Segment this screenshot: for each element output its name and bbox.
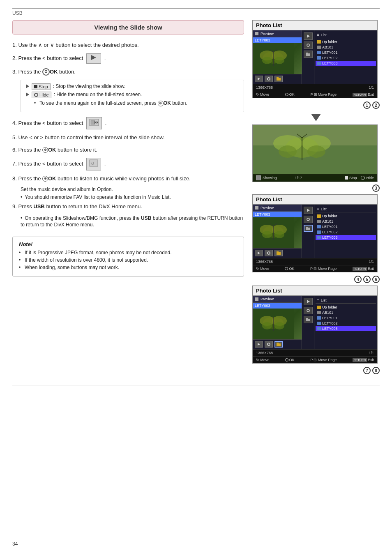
circle-num-6: 6 bbox=[372, 276, 380, 283]
svg-rect-2 bbox=[91, 120, 95, 124]
ok-circle-icon-2 bbox=[285, 267, 288, 270]
slideshow-display: Showing 1/17 Stop Hide bbox=[252, 124, 378, 182]
play-icon-btn-3[interactable] bbox=[255, 341, 263, 348]
return-icon: RETURN bbox=[353, 93, 367, 97]
slideshow-timer-icon bbox=[86, 117, 102, 130]
mid-icon-folder bbox=[304, 51, 313, 58]
mid-icon-play-3 bbox=[304, 298, 313, 305]
lety003-label: LETY003 bbox=[322, 61, 338, 65]
list-item-lety002-3: LETY002 bbox=[316, 321, 376, 326]
file-icon-lety003-3 bbox=[317, 327, 321, 330]
instruction-1-text: Use the ∧ or ∨ button to select the desi… bbox=[18, 42, 138, 48]
ok-label: OK bbox=[289, 92, 295, 97]
file-icon-lety002 bbox=[317, 56, 321, 60]
hide-label: Hide bbox=[39, 92, 49, 97]
svg-rect-65 bbox=[277, 343, 279, 344]
stop-row: Stop : Stop the viewing the slide show. bbox=[26, 83, 239, 90]
note-item-3: When loading, some buttons may not work. bbox=[19, 265, 238, 270]
right-column: Photo List Preview LETY003 bbox=[252, 20, 380, 377]
ctrl-move-3: ↻ Move bbox=[256, 358, 270, 362]
folder-icon-btn[interactable] bbox=[274, 76, 283, 82]
instruction-8-num: 8. bbox=[12, 175, 18, 182]
pl-controls-2: ↻ Move OK P ⊞ Move Page RETURN Exit bbox=[253, 265, 377, 272]
move-label: Move bbox=[260, 92, 269, 97]
preview-col-2: Preview LETY003 bbox=[253, 205, 302, 258]
folder-icon bbox=[317, 40, 321, 44]
instruction-8-text: Press the ⊙OK button to listen to music … bbox=[18, 175, 190, 182]
svg-rect-21 bbox=[277, 77, 279, 78]
ctrl-ok-3: OK bbox=[285, 358, 295, 362]
option-icon-btn-3[interactable] bbox=[265, 341, 273, 348]
pl-icons-row-3 bbox=[253, 339, 302, 349]
instruction-3: 3. Press the ⊙OK button. bbox=[12, 68, 244, 76]
file-icon-lety003-2 bbox=[317, 236, 321, 239]
arrow-icon-hide bbox=[26, 92, 29, 97]
preview-text: Preview bbox=[261, 32, 274, 36]
svg-point-41 bbox=[262, 231, 272, 238]
lety001-label: LETY001 bbox=[322, 51, 338, 55]
list-col-2: ≡ List Up folder AB101 bbox=[314, 205, 377, 258]
music-icon: ♫ bbox=[86, 158, 101, 170]
showing-label: Showing 1/17 bbox=[256, 175, 302, 180]
stop-label: Stop bbox=[39, 84, 48, 89]
file-icon-ab101-3 bbox=[317, 311, 321, 314]
photo-list-3-body: Preview LETY003 bbox=[253, 296, 377, 349]
arrow-icon-stop bbox=[26, 84, 29, 88]
circle-nums-row-1: 1 2 bbox=[252, 101, 380, 109]
instruction-7-num: 7. bbox=[12, 161, 18, 167]
note-title: Note! bbox=[19, 241, 238, 247]
middle-icons bbox=[302, 30, 314, 84]
svg-marker-17 bbox=[258, 78, 260, 80]
preview-text-3: Preview bbox=[261, 297, 274, 301]
preview-label-2: Preview bbox=[253, 205, 302, 212]
bottom-border bbox=[12, 385, 380, 385]
instruction-4: 4. Press the < button to select . bbox=[12, 117, 244, 130]
list-item-upfolder: Up folder bbox=[316, 39, 376, 44]
svg-point-13 bbox=[274, 57, 284, 64]
middle-icons-3 bbox=[302, 296, 314, 349]
ok-icon-note: ⊙ bbox=[158, 101, 164, 106]
lety002-label: LETY002 bbox=[322, 56, 338, 60]
mid-icon-folder-3 bbox=[304, 316, 313, 323]
instruction-9-text: Press USB button to return to the DivX H… bbox=[18, 203, 142, 210]
folder-icon-btn-3[interactable] bbox=[274, 341, 283, 348]
lety002-label-3: LETY002 bbox=[322, 321, 338, 325]
p-icon: P bbox=[311, 92, 313, 97]
instruction-1: 1. Use the ∧ or ∨ button to select the d… bbox=[12, 41, 244, 49]
svg-rect-54 bbox=[255, 297, 258, 301]
ctrl-movepage-2: P ⊞ Move Page bbox=[310, 267, 337, 271]
option-icon-btn-2[interactable] bbox=[265, 250, 273, 256]
photo-list-3: Photo List Preview LETY003 bbox=[252, 286, 378, 364]
list-item-ab101: AB101 bbox=[316, 45, 376, 50]
list-header-3: ≡ List bbox=[316, 297, 376, 304]
instruction-8: 8. Press the ⊙OK button to listen to mus… bbox=[12, 175, 244, 183]
list-item-upfolder-3: Up folder bbox=[316, 305, 376, 310]
slideshow-footer: Showing 1/17 Stop Hide bbox=[253, 174, 377, 182]
pl-controls-1: ↻ Move OK P ⊞ Move Page RETURN E bbox=[253, 91, 377, 98]
preview-col: Preview LETY003 bbox=[253, 30, 302, 84]
note-item-2: If the width of resolution is over 4800,… bbox=[19, 257, 238, 263]
photo-list-3-title: Photo List bbox=[253, 286, 377, 296]
play-icon-btn-2[interactable] bbox=[255, 250, 263, 256]
return-icon-2: RETURN bbox=[353, 267, 367, 271]
showing-text: Showing bbox=[263, 176, 277, 180]
lety001-label-2: LETY001 bbox=[322, 225, 338, 229]
resolution-3: 1366X768 bbox=[256, 351, 273, 355]
folder-icon-btn-2[interactable] bbox=[274, 250, 283, 256]
option-icon-btn[interactable] bbox=[265, 76, 273, 82]
instruction-7-text: Press the < button to select bbox=[18, 161, 83, 167]
list-item-lety001: LETY001 bbox=[316, 50, 376, 55]
svg-rect-25 bbox=[306, 53, 308, 54]
svg-rect-53 bbox=[306, 227, 308, 228]
ab101-label: AB101 bbox=[322, 45, 333, 49]
list-icon-2: ≡ bbox=[317, 207, 319, 211]
selected-name: LETY003 bbox=[253, 37, 302, 43]
photo-list-2-body: Preview LETY003 bbox=[253, 205, 377, 258]
section-title: Viewing the Slide show bbox=[12, 20, 244, 35]
mid-icon-play bbox=[304, 32, 313, 40]
ctrl-movepage-3: P ⊞ Move Page bbox=[310, 358, 337, 362]
instruction-6-text: Press the ⊙OK button to store it. bbox=[18, 147, 97, 153]
usb-label: USB bbox=[12, 10, 380, 16]
ctrl-return-2: RETURN Exit bbox=[353, 267, 374, 271]
play-icon-btn[interactable] bbox=[255, 76, 263, 82]
